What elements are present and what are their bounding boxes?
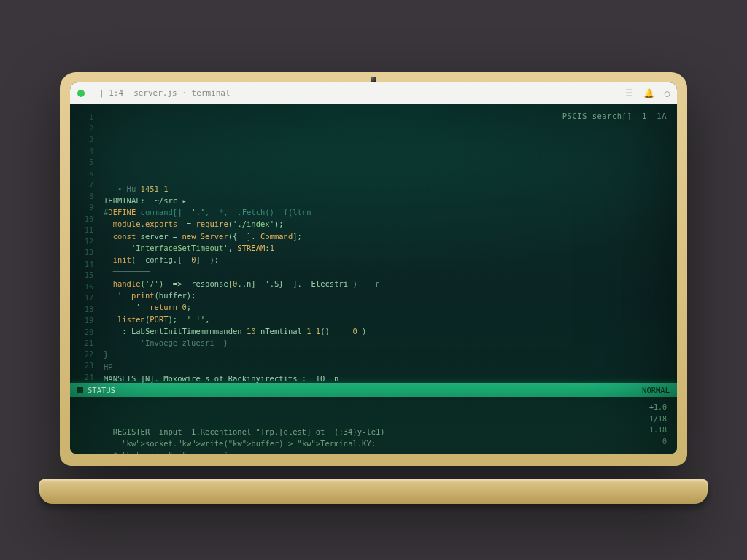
terminal-output: • Hu 1451 1TERMINAL: ~/src ▸ #DEFINE com… bbox=[104, 183, 665, 408]
status-left: STATUS bbox=[88, 384, 115, 396]
status-bar: STATUS NORMAL bbox=[70, 383, 677, 397]
traffic-light-icon[interactable] bbox=[77, 90, 85, 97]
bell-icon[interactable]: 🔔 bbox=[643, 88, 654, 98]
window-controls[interactable] bbox=[77, 90, 85, 97]
terminal-output-lower: REGISTER input 1.Recentionel "Trp.[olest… bbox=[70, 397, 677, 454]
screen: | 1:4 server.js · terminal ☰ 🔔 ◯ PSCIS s… bbox=[70, 82, 677, 454]
ruler-stack: +1.0 1/18 1.18 0 bbox=[649, 402, 667, 447]
laptop-deck bbox=[39, 479, 708, 504]
window-titlebar: | 1:4 server.js · terminal ☰ 🔔 ◯ bbox=[70, 82, 677, 104]
terminal-viewport[interactable]: PSCIS search[] 1 1A 1 2 3 4 5 6 7 8 9 10… bbox=[70, 104, 677, 454]
laptop-lid: | 1:4 server.js · terminal ☰ 🔔 ◯ PSCIS s… bbox=[60, 72, 687, 466]
webcam bbox=[371, 77, 376, 82]
status-mark-icon bbox=[77, 387, 83, 393]
editor-badge: PSCIS search[] 1 1A bbox=[562, 110, 667, 122]
laptop-frame: | 1:4 server.js · terminal ☰ 🔔 ◯ PSCIS s… bbox=[60, 72, 687, 488]
user-icon[interactable]: ◯ bbox=[665, 88, 670, 98]
tab-index: | 1:4 bbox=[99, 88, 123, 98]
status-right: NORMAL bbox=[642, 384, 670, 396]
menu-icon[interactable]: ☰ bbox=[625, 88, 633, 98]
tab-title[interactable]: server.js · terminal bbox=[133, 88, 230, 98]
